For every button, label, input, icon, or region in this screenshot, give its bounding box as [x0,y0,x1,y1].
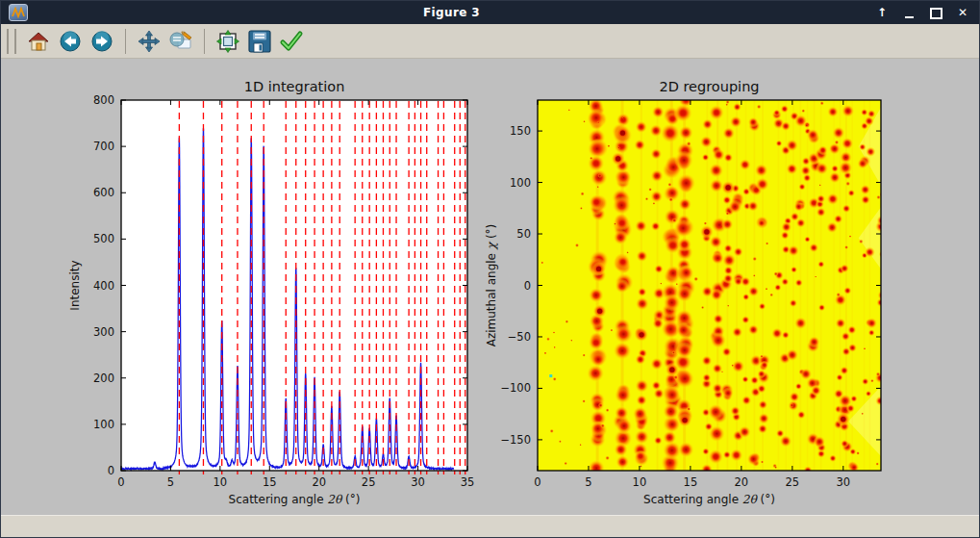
diffraction-spot [758,302,766,310]
diffraction-spot [840,264,849,273]
diffraction-spot-core [745,296,747,298]
diffraction-spot [605,455,610,460]
diffraction-spot-core [831,197,834,200]
y-tick-label: 100 [93,418,114,431]
diffraction-spot [870,379,874,383]
diffraction-spot [753,274,756,277]
diffraction-spot-core [670,243,675,248]
y-tick-label: −100 [500,381,531,395]
axis-label: Scattering angle 2θ (°) [229,493,361,506]
diffraction-spot [876,195,881,200]
diffraction-spot [596,186,599,189]
rollup-button[interactable]: ↑ [875,6,889,19]
configure-subplots-button[interactable] [214,28,241,55]
diffraction-spot [635,219,647,232]
diffraction-spot-core [715,294,718,297]
diffraction-spot [832,126,845,140]
diffraction-spot-core [821,149,824,152]
diffraction-spot-core [776,112,778,114]
diffraction-spot-core [801,186,803,188]
diffraction-spot [791,266,798,273]
diffraction-spot [660,282,663,285]
diffraction-spot [553,331,556,334]
diffraction-spot [552,377,557,382]
diffraction-spot [598,403,603,408]
diffraction-spot [834,215,843,224]
figure-plots[interactable]: 0510152025303501002003004005006007008001… [1,59,977,517]
diffraction-spot [843,287,852,295]
axis-label: Scattering angle 2θ (°) [643,493,775,506]
diffraction-spot [865,246,875,257]
diffraction-spot [835,318,846,329]
plot-title: 1D integration [244,79,345,94]
diffraction-spot [587,109,605,127]
close-button[interactable]: ✕ [956,6,969,19]
diffraction-spot [859,143,867,151]
diffraction-spot [848,344,858,353]
diffraction-spot [701,306,705,310]
diffraction-spot-core [777,287,779,289]
diffraction-spot [816,162,829,175]
diffraction-spot [614,324,633,344]
diffraction-spot-core [727,269,730,272]
x-tick-label: 5 [167,475,174,489]
diffraction-spot [866,391,872,397]
diffraction-spot [836,373,843,381]
diffraction-spot [766,242,769,245]
diffraction-spot [600,423,605,428]
diffraction-spot [721,218,734,231]
diffraction-spot [731,364,734,367]
diffraction-spot [636,395,647,406]
diffraction-spot [633,406,648,422]
diffraction-spot-core [657,322,660,325]
diffraction-spot [701,355,713,367]
diffraction-spot-core [754,391,757,394]
figure-canvas[interactable]: 0510152025303501002003004005006007008001… [1,59,979,515]
diffraction-spot [732,326,743,338]
diffraction-spot [710,332,726,348]
customize-button[interactable] [278,28,305,55]
plot-2d-regrouping[interactable]: 051015202530−150−100−500501001502D regro… [485,79,888,506]
save-button[interactable] [246,28,273,55]
diffraction-spot [733,103,741,112]
toolbar-grip[interactable] [7,29,16,54]
diffraction-spot [779,435,792,448]
diffraction-spot [575,243,580,248]
diffraction-spot [867,110,876,118]
diffraction-spot [636,296,650,311]
diffraction-spot [795,218,806,228]
diffraction-spot [752,256,757,261]
hot-spot-core [725,185,730,190]
minimize-button[interactable] [902,7,916,18]
diffraction-spot-core [593,161,598,166]
diffraction-spot-core [681,360,686,365]
diffraction-spot-core [852,450,854,452]
diffraction-spot [589,288,604,303]
diffraction-spot-core [658,292,662,295]
diffraction-spot [709,163,724,178]
diffraction-spot [679,266,693,280]
diffraction-spot [757,104,762,109]
home-button[interactable] [25,28,52,55]
diffraction-spot [829,142,842,155]
window-titlebar[interactable]: Figure 3 ↑ ✕ [1,1,979,24]
diffraction-spot [856,451,860,455]
maximize-button[interactable] [929,7,942,19]
diffraction-spot [765,288,767,291]
diffraction-spot [645,197,649,201]
zoom-to-rect-button[interactable] [167,28,194,55]
diffraction-spot [867,329,875,337]
diffraction-spot [840,366,849,375]
forward-button[interactable] [88,28,115,55]
plot-1d-integration[interactable]: 0510152025303501002003004005006007008001… [68,79,474,506]
back-button[interactable] [57,28,84,55]
diffraction-spot-core [725,350,728,353]
diffraction-spot [836,293,841,297]
y-tick-label: 500 [93,232,114,245]
diffraction-spot [702,373,712,383]
pan-button[interactable] [136,28,163,55]
diffraction-spot [748,324,760,336]
diffraction-spot [723,243,733,253]
diffraction-spot [701,464,714,476]
diffraction-spot [788,244,799,256]
